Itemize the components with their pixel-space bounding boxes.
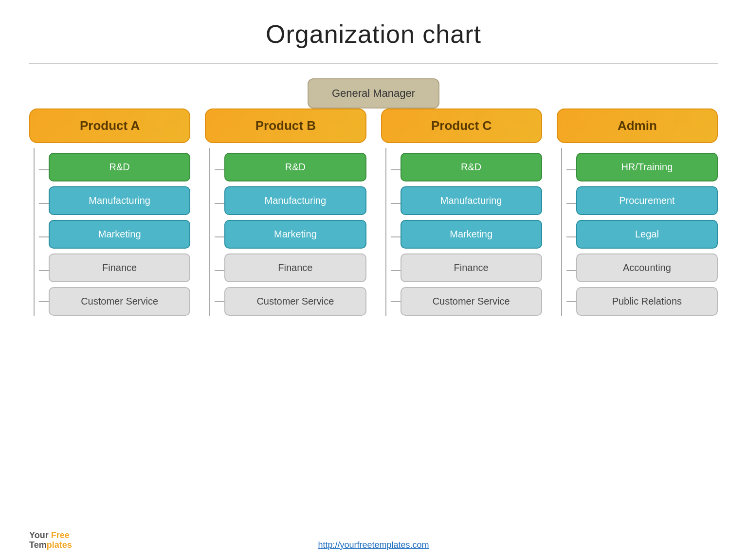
item-row-2-2: Marketing — [391, 220, 542, 253]
sub-item-0-4: Customer Service — [49, 287, 190, 316]
col-header-0: Product A — [29, 108, 190, 143]
bracket-line-3 — [557, 148, 566, 316]
footer-logo: Your Free Templates — [29, 531, 72, 550]
sub-item-2-3: Finance — [401, 253, 542, 282]
bracket-line-0 — [29, 148, 39, 316]
sub-item-3-1: Procurement — [576, 186, 718, 215]
column-1: Product BR&DManufacturingMarketingFinanc… — [205, 108, 366, 316]
sub-item-2-1: Manufacturing — [401, 186, 542, 215]
item-row-1-4: Customer Service — [215, 287, 366, 316]
item-row-3-3: Accounting — [566, 253, 718, 287]
sub-item-1-0: R&D — [224, 153, 366, 181]
sub-item-0-2: Marketing — [49, 220, 190, 249]
sub-item-0-0: R&D — [49, 153, 190, 181]
bracket-wrap-0: R&DManufacturingMarketingFinanceCustomer… — [29, 148, 190, 316]
bracket-items-3: HR/TrainingProcurementLegalAccountingPub… — [566, 148, 718, 316]
item-row-1-1: Manufacturing — [215, 186, 366, 220]
footer: Your Free Templates http://yourfreetempl… — [0, 540, 747, 550]
chart-area: General Manager Product AR&DManufacturin… — [0, 64, 747, 364]
sub-item-1-3: Finance — [224, 253, 366, 282]
sub-item-0-1: Manufacturing — [49, 186, 190, 215]
item-row-2-1: Manufacturing — [391, 186, 542, 220]
sub-item-1-1: Manufacturing — [224, 186, 366, 215]
footer-link[interactable]: http://yourfreetemplates.com — [318, 540, 429, 550]
item-row-1-3: Finance — [215, 253, 366, 287]
columns-row: Product AR&DManufacturingMarketingFinanc… — [29, 108, 718, 316]
item-row-1-2: Marketing — [215, 220, 366, 253]
gm-row: General Manager — [29, 78, 718, 108]
sub-item-1-4: Customer Service — [224, 287, 366, 316]
sub-item-3-3: Accounting — [576, 253, 718, 282]
sub-item-2-2: Marketing — [401, 220, 542, 249]
bracket-wrap-3: HR/TrainingProcurementLegalAccountingPub… — [557, 148, 718, 316]
item-row-0-0: R&D — [39, 153, 190, 186]
page-title: Organization chart — [0, 0, 747, 63]
item-row-3-2: Legal — [566, 220, 718, 253]
sub-item-0-3: Finance — [49, 253, 190, 282]
sub-item-3-4: Public Relations — [576, 287, 718, 316]
bracket-items-2: R&DManufacturingMarketingFinanceCustomer… — [391, 148, 542, 316]
col-header-1: Product B — [205, 108, 366, 143]
item-row-2-0: R&D — [391, 153, 542, 186]
column-3: AdminHR/TrainingProcurementLegalAccounti… — [557, 108, 718, 316]
item-row-3-0: HR/Training — [566, 153, 718, 186]
item-row-3-1: Procurement — [566, 186, 718, 220]
item-row-2-4: Customer Service — [391, 287, 542, 316]
bracket-line-1 — [205, 148, 215, 316]
bracket-wrap-1: R&DManufacturingMarketingFinanceCustomer… — [205, 148, 366, 316]
col-header-3: Admin — [557, 108, 718, 143]
bracket-line-2 — [381, 148, 391, 316]
col-header-2: Product C — [381, 108, 542, 143]
sub-item-2-0: R&D — [401, 153, 542, 181]
sub-item-3-2: Legal — [576, 220, 718, 249]
gm-box: General Manager — [308, 78, 439, 108]
item-row-2-3: Finance — [391, 253, 542, 287]
bracket-wrap-2: R&DManufacturingMarketingFinanceCustomer… — [381, 148, 542, 316]
sub-item-2-4: Customer Service — [401, 287, 542, 316]
item-row-0-2: Marketing — [39, 220, 190, 253]
bracket-items-0: R&DManufacturingMarketingFinanceCustomer… — [39, 148, 190, 316]
item-row-0-3: Finance — [39, 253, 190, 287]
sub-item-1-2: Marketing — [224, 220, 366, 249]
item-row-1-0: R&D — [215, 153, 366, 186]
item-row-0-4: Customer Service — [39, 287, 190, 316]
column-2: Product CR&DManufacturingMarketingFinanc… — [381, 108, 542, 316]
item-row-0-1: Manufacturing — [39, 186, 190, 220]
item-row-3-4: Public Relations — [566, 287, 718, 316]
bracket-items-1: R&DManufacturingMarketingFinanceCustomer… — [215, 148, 366, 316]
column-0: Product AR&DManufacturingMarketingFinanc… — [29, 108, 190, 316]
sub-item-3-0: HR/Training — [576, 153, 718, 181]
